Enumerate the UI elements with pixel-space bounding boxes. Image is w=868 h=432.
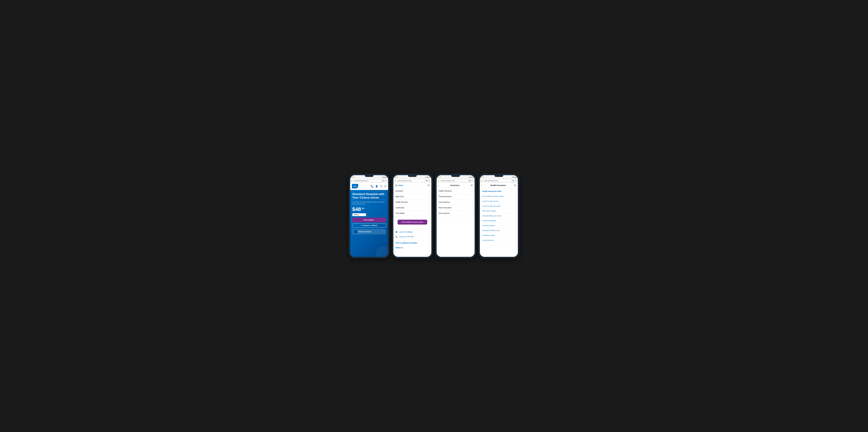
browser-home-icon-4[interactable]: ⌂ — [481, 180, 482, 182]
menu-item-your-health-chevron: › — [429, 212, 429, 214]
menu-item-home-insurance-label: Home Insurance — [439, 207, 452, 209]
browser-dots-3[interactable]: ⋮ — [472, 180, 473, 182]
menu-close-2[interactable]: ✕ — [428, 184, 430, 187]
about-us-link[interactable]: About us — [393, 245, 431, 250]
health-insurance-quote-cta[interactable]: Get a health insurance quote — [398, 220, 427, 225]
callback-button-1[interactable]: ✦ Request a callback — [352, 223, 386, 228]
menu-item-home-insurance[interactable]: Home Insurance › — [437, 205, 475, 210]
submenu-title-3: Insurance — [451, 184, 460, 186]
health-ins-reciprocal-link[interactable]: Reciprocal health cover — [480, 228, 518, 233]
login-link[interactable]: 👤 Log in to myBupa — [393, 230, 431, 234]
weekly-label-1: Weekly — [354, 214, 359, 215]
browser-dots-4[interactable]: ⋮ — [515, 180, 517, 182]
menu-item-pet-insurance[interactable]: Pet Insurance › — [437, 210, 475, 216]
submenu-back-3[interactable]: ‹ — [438, 184, 439, 187]
browser-tab-1[interactable]: 4 — [382, 180, 385, 182]
menu-item-car-insurance-label: Car Insurance — [439, 201, 450, 203]
browser-bar-2: ⌂ 🔒 ttps://www.bupa.com.au 4 ⋮ — [393, 179, 431, 182]
main-menu-list: Insurance › Aged Care › Health Services … — [393, 188, 431, 257]
browser-tab-2[interactable]: 4 — [426, 180, 428, 182]
phone-3-inner: 🔔 ⟳ 3:43 pm ⌂ 🔒 ttps://www.bupa.com.au 4… — [437, 175, 475, 257]
health-ins-what-link[interactable]: Cover for what you need — [480, 204, 518, 208]
hero-title-1: Standard Hospital with Your Choice extra… — [352, 193, 386, 200]
phone-4: 🔔 ⟳ 3:43 pm ⌂ 🔒 ttps://www.bupa.com.au 4… — [479, 174, 519, 258]
find-healthcare-link[interactable]: Find a healthcare provider — [393, 240, 431, 245]
avatar-1 — [354, 230, 358, 234]
browser-url-4[interactable]: 🔒 ttps://www.bupa.com.au — [483, 180, 511, 182]
cta-container-2: Get a health insurance quote — [393, 216, 431, 228]
user-icon-1[interactable]: 👤 — [375, 185, 378, 188]
health-ins-home-link[interactable]: Health Insurance home — [480, 189, 518, 194]
url-text-1: ttps://www.bupa.com.au — [355, 180, 368, 181]
call-link[interactable]: 📞 Call us on 134 135 — [393, 234, 431, 239]
browser-tab-4[interactable]: 4 — [512, 180, 514, 182]
browser-url-2[interactable]: 🔒 ttps://www.bupa.com.au — [396, 180, 425, 182]
header-icons-1: 📞 👤 🔍 ☰ — [371, 185, 386, 188]
phone-4-wrapper: 🔔 ⟳ 3:43 pm ⌂ 🔒 ttps://www.bupa.com.au 4… — [479, 174, 519, 258]
health-ins-corporate-link[interactable]: Corporate plans — [480, 238, 518, 243]
phone-2-wrapper: 🔔 ⟳ 3:43 pm ⌂ 🔒 ttps://www.bupa.com.au 4… — [392, 174, 432, 258]
menu-item-insurance[interactable]: Insurance › — [393, 188, 431, 194]
browser-url-3[interactable]: 🔒 ttps://www.bupa.com.au — [439, 180, 468, 182]
browser-dots-2[interactable]: ⋮ — [429, 180, 430, 182]
browser-home-icon-3[interactable]: ⌂ — [438, 180, 438, 182]
health-ins-overseas-students-link[interactable]: Overseas students — [480, 218, 518, 223]
home-nav-link[interactable]: 🏠 Home — [395, 184, 403, 186]
call-label: Call us on 134 135 — [399, 236, 413, 238]
submenu-back-4[interactable]: ‹ — [482, 184, 482, 187]
menu-item-travel-insurance[interactable]: Travel Insurance › — [437, 194, 475, 199]
submenu-header-4: ‹ Health Insurance ✕ — [480, 182, 518, 188]
hero-price-1: $48 .24 — [352, 207, 386, 212]
menu-item-insurance-label: Insurance — [396, 190, 403, 192]
lock-icon-1: 🔒 — [354, 180, 355, 181]
phone-2-inner: 🔔 ⟳ 3:43 pm ⌂ 🔒 ttps://www.bupa.com.au 4… — [393, 175, 431, 257]
lock-icon-2: 🔒 — [397, 180, 398, 181]
price-main-1: $48 — [352, 207, 361, 212]
menu-item-aged-care[interactable]: Aged Care › — [393, 194, 431, 199]
menu-item-car-insurance-chevron: › — [472, 201, 472, 203]
menu-item-community[interactable]: Community › — [393, 205, 431, 210]
status-time-1: 3:43 pm — [382, 177, 387, 178]
weekly-selector-1[interactable]: Weekly ▾ — [352, 213, 366, 216]
menu-icon-1[interactable]: ☰ — [384, 185, 386, 188]
lock-icon-3: 🔒 — [440, 180, 441, 181]
status-icons-left-2: 🔔 ⟳ — [395, 176, 398, 178]
submenu-close-3[interactable]: ✕ — [471, 184, 473, 187]
status-time-2: 3:43 pm — [426, 177, 430, 178]
health-ins-overseas-visitors-link[interactable]: Overseas visitors — [480, 223, 518, 228]
health-ins-quote-link[interactable]: Get a health insurance quote — [480, 194, 518, 199]
menu-item-your-health-label: Your Health — [396, 212, 405, 214]
notch-3 — [451, 175, 460, 177]
menu-item-travel-insurance-label: Travel Insurance — [439, 196, 452, 198]
health-ins-understanding-link[interactable]: Understanding your cover — [480, 213, 518, 218]
search-icon-1[interactable]: 🔍 — [380, 185, 382, 188]
status-bar-4: 🔔 ⟳ 3:43 pm — [480, 175, 518, 179]
browser-home-icon-2[interactable]: ⌂ — [395, 180, 395, 182]
submenu-title-4: Health Insurance — [491, 184, 506, 186]
submenu-close-4[interactable]: ✕ — [514, 184, 516, 187]
browser-url-1[interactable]: 🔒 ttps://www.bupa.com.au — [353, 180, 381, 182]
status-time-3: 3:43 pm — [469, 177, 473, 178]
get-quote-button-1[interactable]: Get a quote › — [352, 218, 386, 222]
menu-item-health-insurance-label: Health Insurance — [439, 190, 452, 192]
menu-item-your-health[interactable]: Your Health › — [393, 210, 431, 216]
phone-1-inner: 🔔 ⟳ 3:43 pm ⌂ 🔒 ttps://www.bupa.com.au 4… — [350, 175, 388, 257]
medium-hospital-bar-1: Medium Hospital — [352, 229, 386, 234]
phone-icon-1[interactable]: 📞 — [371, 185, 374, 188]
menu-item-health-services[interactable]: Health Services › — [393, 199, 431, 205]
menu-item-car-insurance[interactable]: Car Insurance › — [437, 199, 475, 205]
insurance-menu-list: Health Insurance › Travel Insurance › Ca… — [437, 188, 475, 257]
menu-item-health-insurance[interactable]: Health Insurance › — [437, 188, 475, 194]
health-ins-expats-link[interactable]: Australian expats — [480, 233, 518, 238]
menu-item-aged-care-chevron: › — [429, 196, 429, 198]
callback-label-1: Request a callback — [363, 225, 377, 226]
browser-tab-3[interactable]: 4 — [469, 180, 471, 182]
menu-divider-2 — [393, 229, 431, 229]
browser-dots-1[interactable]: ⋮ — [385, 180, 387, 182]
status-bar-3: 🔔 ⟳ 3:43 pm — [437, 175, 475, 179]
health-ins-why-link[interactable]: Why choose Bupa — [480, 208, 518, 213]
menu-item-aged-care-label: Aged Care — [396, 196, 404, 198]
browser-home-icon-1[interactable]: ⌂ — [351, 180, 352, 182]
health-ins-who-link[interactable]: Cover for who you are — [480, 199, 518, 204]
menu-item-pet-insurance-chevron: › — [472, 212, 472, 214]
